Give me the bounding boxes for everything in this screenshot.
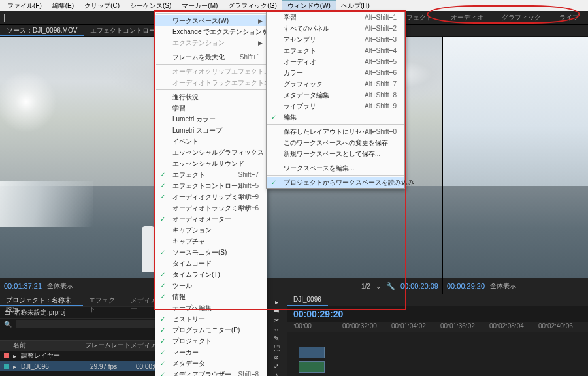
menu-row[interactable]: キャプチャ <box>155 236 267 247</box>
timeline-clip[interactable] <box>299 347 325 358</box>
timeline-audio-clip[interactable] <box>299 361 325 373</box>
column-header[interactable]: 名前 <box>0 341 85 351</box>
menu-row[interactable]: すべてのパネルAlt+Shift+2 <box>267 23 404 34</box>
source-fit[interactable]: 全体表示 <box>47 281 73 290</box>
menu-row[interactable]: ✓エフェクトShift+7 <box>155 169 267 180</box>
tool-button[interactable]: ♪ <box>269 371 284 376</box>
workspace-tab[interactable]: オーディオ <box>448 13 486 22</box>
menu-row[interactable]: 学習 <box>155 102 267 114</box>
menu-label: フレームを最大化 <box>172 53 225 62</box>
menu-row[interactable]: Exchange でエクステンションを検索... <box>155 26 267 37</box>
menu-item[interactable]: ファイル(F) <box>2 1 47 10</box>
menu-row[interactable]: グラフィックAlt+Shift+7 <box>267 78 404 89</box>
program-timecode[interactable]: 00:00:20:09 <box>400 282 438 290</box>
menu-row[interactable]: ✓編集 <box>267 112 404 123</box>
tool-button[interactable]: ⌀ <box>269 353 284 360</box>
menu-row[interactable]: ✓エフェクトコントロールShift+5 <box>155 180 267 191</box>
menu-item[interactable]: グラフィック(G) <box>223 1 282 10</box>
bin-icon[interactable]: 🗀 <box>4 309 10 316</box>
menu-row[interactable]: オーディオトラックミキサーShift+6 <box>155 202 267 213</box>
menu-row[interactable]: フレームを最大化Shift+` <box>155 52 267 63</box>
menu-row[interactable]: ワークスペースを編集... <box>267 163 404 174</box>
wrench-icon[interactable]: 🔧 <box>386 282 395 290</box>
tool-button[interactable]: ⤢ <box>269 362 284 369</box>
tool-button[interactable]: ⬚ <box>269 344 284 351</box>
menu-label: メタデータ編集 <box>284 91 329 100</box>
right-timecode[interactable]: 00:00:29:20 <box>447 282 485 290</box>
menu-row[interactable]: ワークスペース(W)▶ <box>155 15 267 26</box>
menu-row[interactable]: ✓オーディオメーター <box>155 213 267 225</box>
menu-row[interactable]: 新規ワークスペースとして保存... <box>267 148 404 159</box>
source-timecode[interactable]: 00:01:37:21 <box>4 282 42 290</box>
tool-button[interactable]: ⇆ <box>269 307 284 315</box>
timeline-tab[interactable]: DJI_0096 <box>287 294 328 306</box>
menu-item[interactable]: シーケンス(S) <box>125 1 176 10</box>
menu-row[interactable]: エッセンシャルグラフィックス <box>155 147 267 158</box>
menu-item[interactable]: マーカー(M) <box>176 1 223 10</box>
menu-label: 情報 <box>172 292 186 302</box>
menu-label: エッセンシャルグラフィックス <box>172 148 264 157</box>
menu-row[interactable]: タイムコード <box>155 258 267 269</box>
menu-label: すべてのパネル <box>284 24 329 33</box>
menu-row[interactable]: ✓メタデータ <box>155 358 267 369</box>
tool-button[interactable]: ▸ <box>269 298 284 306</box>
menu-item[interactable]: ヘルプ(H) <box>336 1 375 10</box>
menu-item[interactable]: ウィンドウ(W) <box>282 1 336 10</box>
menu-row[interactable]: ✓メディアブラウザーShift+8 <box>155 369 267 376</box>
menu-item[interactable]: 編集(E) <box>47 1 79 10</box>
menu-row[interactable]: ✓オーディオクリップミキサーShift+9 <box>155 191 267 202</box>
menu-row[interactable]: エフェクトAlt+Shift+4 <box>267 45 404 56</box>
menu-row[interactable]: ✓情報 <box>155 291 267 302</box>
menu-row[interactable]: ✓タイムライン(T) <box>155 269 267 280</box>
menu-row[interactable]: このワークスペースへの変更を保存 <box>267 137 404 148</box>
menu-item[interactable]: クリップ(C) <box>79 1 125 10</box>
menu-row[interactable]: キャプション <box>155 225 267 236</box>
workspace-tab[interactable]: グラフィック <box>499 13 544 22</box>
menu-row[interactable]: ライブラリAlt+Shift+9 <box>267 101 404 112</box>
menu-row[interactable]: メタデータ編集Alt+Shift+8 <box>267 89 404 101</box>
menu-row[interactable]: 進行状況 <box>155 91 267 102</box>
menu-row[interactable]: ✓ソースモニター(S) <box>155 247 267 258</box>
menu-row[interactable]: Lumetri カラー <box>155 114 267 125</box>
menu-row[interactable]: ✓マーカー <box>155 347 267 358</box>
menu-label: Lumetri カラー <box>172 115 216 124</box>
tool-button[interactable]: ✎ <box>269 335 284 342</box>
timeline-timecode[interactable]: 00:00:29:20 <box>287 306 588 322</box>
menu-row[interactable]: ✓ヒストリー <box>155 313 267 324</box>
menu-row[interactable]: 保存したレイアウトにリセットAlt+Shift+0 <box>267 126 404 137</box>
timeline-tracks[interactable] <box>287 332 588 376</box>
check-icon: ✓ <box>160 182 165 189</box>
search-icon[interactable]: 🔍 <box>4 321 12 328</box>
shortcut: Alt+Shift+9 <box>365 102 397 110</box>
right-fit[interactable]: 全体表示 <box>490 281 516 290</box>
menu-row[interactable]: ✓プロジェクトからワークスペースを読み込み <box>267 177 404 188</box>
tool-button[interactable]: ✂ <box>269 317 284 324</box>
menu-row[interactable]: カラーAlt+Shift+6 <box>267 67 404 78</box>
menu-row[interactable]: オーディオAlt+Shift+5 <box>267 56 404 67</box>
column-header[interactable]: フレームレート <box>85 341 131 351</box>
menu-row[interactable]: ✓プログラムモニター(P) <box>155 324 267 336</box>
menu-row[interactable]: アセンブリAlt+Shift+3 <box>267 34 404 45</box>
menu-row[interactable]: エッセンシャルサウンド <box>155 158 267 169</box>
menu-row[interactable]: テープへ編集 <box>155 302 267 313</box>
menu-row[interactable]: オーディオトラックエフェクトエディター <box>155 77 267 88</box>
menu-row[interactable]: オーディオクリップエフェクトエディター <box>155 66 267 77</box>
menu-row[interactable]: ✓ツール <box>155 280 267 291</box>
tool-button[interactable]: ↔ <box>269 326 284 333</box>
menu-row[interactable]: ✓プロジェクト <box>155 336 267 347</box>
menu-label: 学習 <box>172 104 186 113</box>
workspace-tab[interactable]: ライブ <box>557 13 581 22</box>
menu-label: ライブラリ <box>284 102 316 111</box>
panel-tab[interactable]: ソース：DJI_0096.MOV <box>0 25 84 36</box>
menu-row[interactable]: エクステンション▶ <box>155 37 267 48</box>
secondary-monitor[interactable]: 00:00:29:20 全体表示 <box>443 37 588 294</box>
menu-row[interactable]: イベント <box>155 136 267 147</box>
chevron-down-icon[interactable]: ⌄ <box>376 283 381 290</box>
menu-row[interactable]: Lumetri スコープ <box>155 125 267 136</box>
home-icon[interactable] <box>4 14 12 22</box>
menu-label: エクステンション <box>172 39 225 48</box>
menu-row[interactable]: 学習Alt+Shift+1 <box>267 12 404 23</box>
panel-tab[interactable]: プロジェクト：名称未設定 <box>0 294 83 306</box>
program-scale[interactable]: 1/2 <box>361 283 370 290</box>
panel-tab[interactable]: エフェクト <box>83 294 125 306</box>
